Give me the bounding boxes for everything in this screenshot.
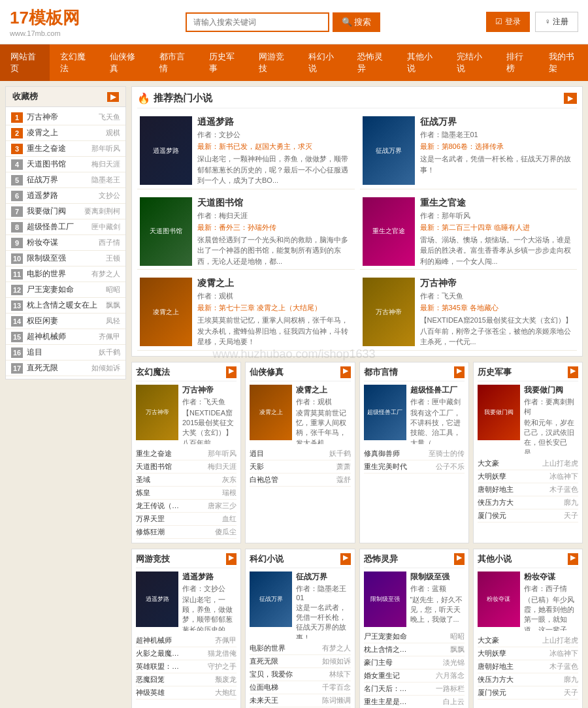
cat-list-title[interactable]: 侠压力方大 bbox=[478, 675, 514, 684]
bookmark-novel-title[interactable]: 电影的世界 bbox=[27, 268, 91, 280]
bookmark-novel-title[interactable]: 天道图书馆 bbox=[27, 159, 91, 170]
bookmark-novel-title[interactable]: 限制级至强 bbox=[27, 253, 106, 264]
hot-cover[interactable]: 征战万界 bbox=[363, 116, 415, 185]
cat-cover[interactable]: 粉妆夺谋 bbox=[478, 571, 520, 627]
cat-list-title[interactable]: 火影之最魔法师 bbox=[136, 649, 182, 658]
cat-list-title[interactable]: 大明妖孽 bbox=[478, 472, 506, 481]
cat-featured-title[interactable]: 凌霄之上 bbox=[296, 385, 350, 396]
cat-list-title[interactable]: 豪门主母 bbox=[364, 658, 393, 668]
cat-featured-title[interactable]: 我要做门阀 bbox=[524, 385, 578, 396]
bookmark-novel-title[interactable]: 凌霄之上 bbox=[27, 127, 106, 138]
nav-item-网站首页[interactable]: 网站首页 bbox=[0, 44, 50, 81]
cat-list-title[interactable]: 重生主星是三千嘉苗 bbox=[364, 697, 410, 707]
cat-list-title[interactable]: 位面电梯 bbox=[250, 683, 278, 692]
cat-featured-title[interactable]: 粉妆夺谋 bbox=[524, 571, 578, 583]
bookmark-novel-title[interactable]: 征战万界 bbox=[27, 174, 91, 185]
cat-list-title[interactable]: 侠压力方大 bbox=[478, 498, 514, 507]
hot-cover[interactable]: 天道图书馆 bbox=[140, 197, 192, 266]
cat-cover[interactable]: 万古神帝 bbox=[136, 385, 178, 440]
bookmark-novel-title[interactable]: 超级怪兽工厂 bbox=[27, 221, 91, 233]
cat-list-title[interactable]: 厦门侯元 bbox=[478, 688, 506, 698]
cat-list-title[interactable]: 厦门侯元 bbox=[478, 511, 506, 521]
cat-cover[interactable]: 限制级至强 bbox=[364, 571, 406, 627]
cat-more-btn[interactable]: ▶ bbox=[340, 366, 351, 378]
cat-list-title[interactable]: 尸王宠妻如命 bbox=[364, 632, 407, 641]
cat-more-btn[interactable]: ▶ bbox=[226, 366, 237, 378]
cat-list-title[interactable]: 重生之奋途 bbox=[136, 449, 172, 459]
nav-item-其他小说[interactable]: 其他小说 bbox=[397, 44, 446, 81]
hot-item-title[interactable]: 重生之官途 bbox=[420, 197, 575, 209]
cat-list-title[interactable]: 恶魔囧笼 bbox=[136, 675, 165, 684]
hot-item-title[interactable]: 凌霄之上 bbox=[197, 278, 352, 289]
login-button[interactable]: ☑ 登录 bbox=[486, 12, 529, 32]
cat-list-title[interactable]: 修真御兽师 bbox=[364, 449, 400, 459]
cat-featured-title[interactable]: 征战万界 bbox=[296, 571, 350, 583]
hot-item-title[interactable]: 逍遥梦路 bbox=[197, 116, 352, 128]
cat-list-title[interactable]: 重生完美时代 bbox=[364, 462, 407, 472]
search-input[interactable] bbox=[186, 12, 329, 32]
nav-item-科幻小说[interactable]: 科幻小说 bbox=[298, 44, 348, 81]
cat-featured-title[interactable]: 超级怪兽工厂 bbox=[410, 385, 465, 396]
cat-more-btn[interactable]: ▶ bbox=[454, 553, 465, 565]
bookmark-novel-title[interactable]: 枕上含情之暖女在上 bbox=[27, 300, 106, 311]
cat-list-title[interactable]: 枕上含情之娇女在上 bbox=[364, 645, 410, 654]
bookmark-novel-title[interactable]: 尸王宠妻如命 bbox=[27, 284, 106, 295]
bookmark-novel-title[interactable]: 权臣闲妻 bbox=[27, 315, 106, 327]
bookmark-more[interactable]: ▶ bbox=[107, 92, 119, 102]
cat-list-title[interactable]: 宝贝，我爱你 bbox=[250, 669, 293, 679]
bookmark-novel-title[interactable]: 超神机械师 bbox=[27, 331, 99, 342]
cat-list-title[interactable]: 电影的世界 bbox=[250, 643, 286, 653]
cat-list-title[interactable]: 大明妖孽 bbox=[478, 649, 506, 658]
nav-item-玄幻魔法[interactable]: 玄幻魔法 bbox=[50, 44, 99, 81]
cat-list-title[interactable]: 逍目 bbox=[250, 449, 264, 459]
cat-list-title[interactable]: 龙王传说（斗罗大陆3 bbox=[136, 501, 182, 511]
cat-list-title[interactable]: 大文豪 bbox=[478, 459, 499, 468]
site-logo[interactable]: 17模板网 www.17mb.com bbox=[10, 7, 80, 37]
nav-item-排行榜[interactable]: 排行榜 bbox=[496, 44, 538, 81]
hot-cover[interactable]: 重生之官途 bbox=[363, 197, 415, 266]
cat-list-title[interactable]: 圣域 bbox=[136, 475, 150, 485]
cat-list-title[interactable]: 万界天罡 bbox=[136, 514, 165, 524]
hot-item-title[interactable]: 万古神帝 bbox=[420, 278, 575, 289]
cat-more-btn[interactable]: ▶ bbox=[340, 553, 351, 565]
search-button[interactable]: 🔍 搜索 bbox=[333, 12, 381, 32]
bookmark-novel-title[interactable]: 直死无限 bbox=[27, 362, 91, 374]
hot-item-title[interactable]: 天道图书馆 bbox=[197, 197, 352, 209]
cat-list-title[interactable]: 天道图书馆 bbox=[136, 462, 172, 472]
cat-featured-title[interactable]: 万古神帝 bbox=[182, 385, 237, 396]
nav-item-仙侠修真[interactable]: 仙侠修真 bbox=[99, 44, 149, 81]
cat-featured-title[interactable]: 限制级至强 bbox=[410, 571, 465, 583]
cat-list-title[interactable]: 超神机械师 bbox=[136, 636, 172, 645]
cat-cover[interactable]: 超级怪兽工厂 bbox=[364, 385, 406, 440]
bookmark-novel-title[interactable]: 粉妆夺谋 bbox=[27, 237, 99, 248]
cat-list-title[interactable]: 炼皇 bbox=[136, 488, 150, 498]
hot-cover[interactable]: 逍遥梦路 bbox=[140, 116, 192, 185]
cat-cover[interactable]: 凌霄之上 bbox=[250, 385, 292, 440]
bookmark-novel-title[interactable]: 逍遥梦路 bbox=[27, 190, 99, 201]
cat-list-title[interactable]: 英雄联盟：上岛之上 bbox=[136, 662, 182, 671]
cat-list-title[interactable]: 修炼狂潮 bbox=[136, 527, 165, 537]
cat-featured-title[interactable]: 逍遥梦路 bbox=[182, 571, 237, 583]
bookmark-novel-title[interactable]: 我要做门阀 bbox=[27, 206, 84, 217]
hot-more[interactable]: ▶ bbox=[564, 93, 577, 104]
cat-list-title[interactable]: 白袍总管 bbox=[250, 475, 278, 485]
cat-list-title[interactable]: 直死无限 bbox=[250, 656, 278, 666]
hot-cover[interactable]: 万古神帝 bbox=[363, 278, 415, 346]
cat-list-title[interactable]: 唐朝好地主 bbox=[478, 662, 514, 671]
cat-list-title[interactable]: 未来天王 bbox=[250, 696, 278, 705]
cat-list-title[interactable]: 神级英雄 bbox=[136, 688, 165, 698]
nav-item-网游竞技[interactable]: 网游竞技 bbox=[248, 44, 298, 81]
nav-item-都市言情[interactable]: 都市言情 bbox=[149, 44, 199, 81]
cat-list-title[interactable]: 婚女重生记 bbox=[364, 671, 400, 681]
bookmark-novel-title[interactable]: 万古神帝 bbox=[27, 112, 99, 123]
cat-cover[interactable]: 逍遥梦路 bbox=[136, 571, 178, 627]
cat-list-title[interactable]: 天影 bbox=[250, 462, 264, 472]
bookmark-novel-title[interactable]: 追目 bbox=[27, 347, 99, 358]
cat-list-title[interactable]: 唐朝好地主 bbox=[478, 485, 514, 494]
cat-more-btn[interactable]: ▶ bbox=[568, 553, 578, 565]
nav-item-历史军事[interactable]: 历史军事 bbox=[199, 44, 248, 81]
nav-item-恐怖灵异[interactable]: 恐怖灵异 bbox=[347, 44, 397, 81]
hot-cover[interactable]: 凌霄之上 bbox=[140, 278, 192, 346]
nav-item-完结小说[interactable]: 完结小说 bbox=[446, 44, 496, 81]
cat-more-btn[interactable]: ▶ bbox=[568, 366, 578, 378]
